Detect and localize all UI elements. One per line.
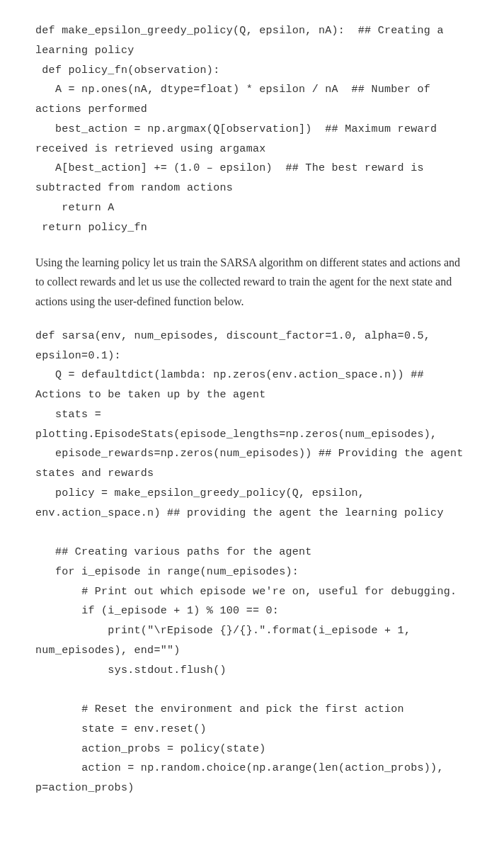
- code-block-2: def sarsa(env, num_episodes, discount_fa…: [35, 327, 469, 798]
- code-block-1: def make_epsilon_greedy_policy(Q, epsilo…: [35, 21, 469, 237]
- explanatory-paragraph: Using the learning policy let us train t…: [35, 253, 469, 311]
